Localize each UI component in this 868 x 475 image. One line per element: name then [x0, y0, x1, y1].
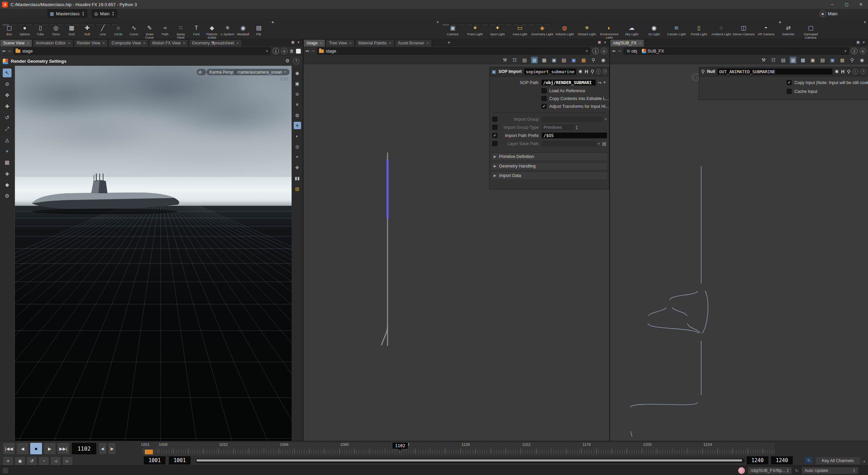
pane-tab[interactable]: Composite View× [108, 39, 149, 46]
shelf-tool[interactable]: ✦Spot Light [486, 26, 509, 36]
camera-path-pill[interactable]: /cameras/camera_ocean▼ [234, 69, 290, 75]
spinner-icon[interactable]: ▲▼ [575, 125, 578, 130]
back-arrow-icon[interactable]: ⬅ [2, 48, 6, 54]
shelf-tab[interactable] [466, 23, 473, 26]
shelf-tool[interactable]: ◐Environment Light [598, 26, 620, 39]
shelf-tool[interactable]: ◌Ambient Light [710, 26, 732, 36]
viewport-display-icon-pin-icon[interactable]: ◎ [294, 143, 301, 150]
path-field[interactable]: stage ▼ [14, 47, 271, 55]
viewport-display-icon-camera-gear-icon[interactable]: ⌖ [294, 153, 301, 161]
viewport-tool-icon-move-tool-icon[interactable]: ✚ [3, 102, 12, 111]
add-shelf-tab-button[interactable]: + [271, 19, 274, 25]
help-icon[interactable]: ? [293, 58, 299, 64]
viewport-display-icon-material-icon[interactable]: ◍ [294, 111, 301, 119]
pin-icon[interactable]: ◎ [281, 48, 288, 54]
pane-tab[interactable]: Render View× [74, 39, 108, 46]
viewport-tool-icon-select-tool-icon[interactable]: ↖ [3, 68, 12, 77]
sop-path-field[interactable]: /obj/RENDER_SUBMARI [541, 80, 596, 85]
forward-arrow-icon[interactable]: ➡ [311, 48, 315, 54]
enable-toggle[interactable] [492, 117, 497, 122]
network-toolbar-icon-list-icon[interactable]: ▤ [521, 57, 528, 63]
network-toolbar-icon-reference-icon[interactable]: ▣ [809, 57, 816, 63]
shelf-tab[interactable] [41, 23, 48, 26]
pane-tab[interactable]: Scene View× [0, 39, 32, 46]
desktop-selector[interactable]: ▦ Masterclass ▲▼ [47, 9, 87, 18]
network-toolbar-icon-tree-icon[interactable]: ☷ [770, 57, 777, 63]
file-chooser-icon[interactable]: ▤ [602, 141, 606, 146]
shelf-tab[interactable] [528, 23, 535, 26]
window-control-button-close[interactable]: ✕ [854, 0, 868, 9]
shelf-tool[interactable]: ⇄Switcher [777, 26, 800, 36]
frame-step-button-step-back-button[interactable]: ◀| [99, 442, 107, 455]
enable-toggle-checked[interactable] [492, 133, 497, 138]
network-toolbar-icon-search-icon[interactable]: ⚲ [849, 57, 855, 63]
pane-tab[interactable]: Material Palette× [355, 39, 394, 46]
shelf-tab[interactable] [442, 23, 450, 26]
network-toolbar-icon-notes-icon[interactable]: ▤ [560, 57, 567, 63]
node-name-field[interactable]: OUT_ANIMATED_SUBMARINE [717, 68, 832, 75]
playhead[interactable]: 1102 [392, 442, 408, 449]
shelf-tool[interactable]: ✳L-System [220, 26, 235, 36]
shelf-tool[interactable]: ◉GI Light [643, 26, 665, 36]
path-chip-subfx[interactable]: SUB_FX [640, 49, 666, 54]
import-group-type-field[interactable]: Primitives [542, 124, 574, 130]
lock-camera-pill[interactable]: ⊘ [197, 69, 206, 75]
back-arrow-icon[interactable]: ⬅ [305, 48, 309, 54]
playbar-option-icon-set-key-icon[interactable]: ⌖ [3, 456, 14, 466]
viewport[interactable]: ⊘ Karma Persp▼ /cameras/camera_ocean▼ 0:… [15, 66, 292, 441]
shelf-tool[interactable]: ⁙Spray Paint [173, 26, 189, 39]
viewport-tool-icon-grid-snap-icon[interactable]: ▦ [3, 158, 12, 167]
pane-tab[interactable]: Tree View× [326, 39, 355, 46]
shelf-tool[interactable]: ∿Curve [126, 26, 142, 36]
houdini-params-icon[interactable]: H [841, 69, 845, 74]
close-icon[interactable]: × [143, 41, 145, 45]
window-control-button-minimize[interactable]: ─ [825, 0, 840, 9]
quick-link-main[interactable]: ◉ Main [820, 11, 837, 17]
network-editor-geometry[interactable]: Geometry [610, 64, 868, 441]
path-dropdown-icon[interactable]: ▼ [585, 50, 588, 53]
shelf-tool[interactable]: ○Circle [111, 26, 126, 36]
shelf-tab[interactable] [25, 23, 33, 26]
shelf-tool[interactable]: ▢Gamepad Camera [800, 26, 822, 39]
playbar-option-icon-audio-icon[interactable]: ◉ [15, 456, 25, 466]
network-toolbar-icon-eye-icon[interactable]: ◉ [859, 57, 865, 63]
shelf-tool[interactable]: ▯Tube [33, 26, 48, 36]
viewport-display-icon-display-options-icon[interactable]: ▧ [294, 185, 301, 192]
path-field[interactable]: stage ▼ [317, 47, 590, 55]
shelf-tab[interactable] [458, 23, 465, 26]
shelf-tool[interactable]: ≋Caustic Light [665, 26, 688, 36]
help-icon[interactable]: ? [861, 69, 866, 74]
shelf-tool[interactable]: ◓VR Camera [755, 26, 777, 36]
next-key-icon[interactable]: ▶ [62, 456, 73, 466]
network-toolbar-icon-tree-icon[interactable]: ☷ [511, 57, 518, 63]
import-group-field[interactable] [542, 116, 603, 122]
node-chooser-icon[interactable]: ⌖ [603, 80, 606, 85]
shelf-tool[interactable]: ▦Grid [64, 26, 79, 36]
section-primitive-definition[interactable]: ▶Primitive Definition [492, 153, 607, 160]
range-slider-bar[interactable] [197, 459, 742, 461]
shelf-tool[interactable]: ◍Volume Light [553, 26, 576, 36]
transport-button-jump-end-button[interactable]: ▶▶| [57, 442, 70, 455]
add-pane-tab-button[interactable]: + [212, 40, 215, 45]
shelf-tool[interactable]: ▯Portal Light [688, 26, 710, 36]
viewport-display-icon-lock-camera-icon[interactable]: ⊘ [294, 90, 301, 98]
network-toolbar-icon-box-icon[interactable]: ▦ [580, 57, 587, 63]
network-toolbar-icon-tools-icon[interactable]: ⚒ [501, 57, 508, 63]
playback-start-field[interactable]: 1001 [169, 456, 191, 464]
path-chip-obj[interactable]: ⊞ obj [626, 49, 638, 54]
pane-maximize-icon[interactable]: ▣ [598, 40, 601, 44]
key-all-channels-button[interactable]: Key All Channels [815, 456, 861, 465]
shelf-tool[interactable]: ◉Metaball [235, 26, 251, 36]
import-path-prefix-field[interactable]: /$OS [542, 133, 607, 138]
shelf-tool[interactable]: ☁Sky Light [620, 26, 643, 36]
viewport-display-icon-lights-icon[interactable]: ☀ [294, 122, 301, 129]
network-toolbar-icon-list-icon[interactable]: ▤ [780, 57, 787, 63]
viewport-tool-icon-snap-icon[interactable]: ⌖ [3, 147, 12, 156]
close-icon[interactable]: × [68, 41, 70, 45]
houdini-params-icon[interactable]: H [585, 69, 588, 74]
viewport-tool-icon-gear-icon[interactable]: ⚙ [3, 192, 12, 200]
shelf-tab[interactable] [103, 23, 111, 26]
viewport-tool-icon-scale-tool-icon[interactable]: ⤢ [3, 124, 12, 133]
context-path-field[interactable]: /obj/SUB_FX/flip... ▲▼ [748, 467, 792, 474]
network-toolbar-icon-tools-icon[interactable]: ⚒ [760, 57, 767, 63]
